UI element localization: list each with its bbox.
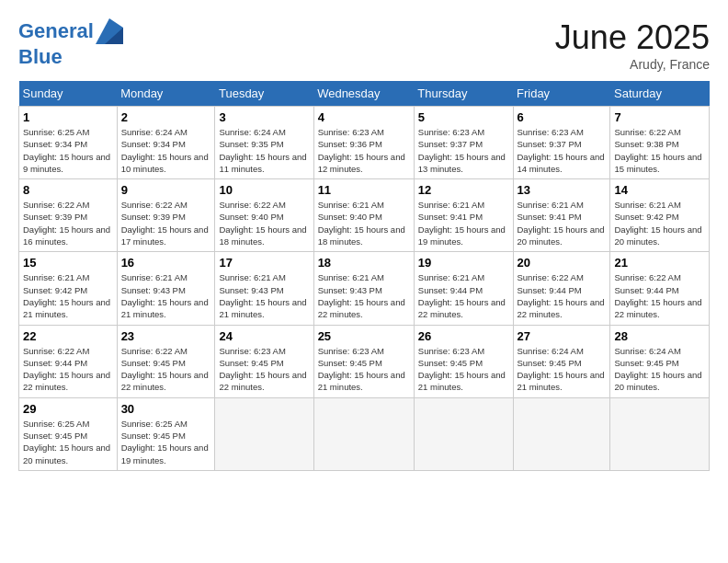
calendar-day-19: 19 Sunrise: 6:21 AM Sunset: 9:44 PM Dayl… <box>414 252 513 325</box>
day-number: 30 <box>121 402 211 416</box>
weekday-header-tuesday: Tuesday <box>215 81 313 107</box>
day-number: 16 <box>121 256 211 270</box>
calendar-day-6: 6 Sunrise: 6:23 AM Sunset: 9:37 PM Dayli… <box>513 107 610 179</box>
calendar-day-29: 29 Sunrise: 6:25 AM Sunset: 9:45 PM Dayl… <box>19 397 118 470</box>
day-number: 14 <box>614 183 705 197</box>
day-number: 5 <box>418 110 509 124</box>
day-info: Sunrise: 6:23 AM Sunset: 9:45 PM Dayligh… <box>219 345 309 394</box>
day-number: 29 <box>23 402 113 416</box>
day-info: Sunrise: 6:21 AM Sunset: 9:42 PM Dayligh… <box>23 271 113 320</box>
day-number: 9 <box>121 183 211 197</box>
calendar-day-21: 21 Sunrise: 6:22 AM Sunset: 9:44 PM Dayl… <box>610 252 710 325</box>
day-info: Sunrise: 6:24 AM Sunset: 9:45 PM Dayligh… <box>518 345 607 394</box>
calendar-day-28: 28 Sunrise: 6:24 AM Sunset: 9:45 PM Dayl… <box>610 325 710 397</box>
calendar-day-30: 30 Sunrise: 6:25 AM Sunset: 9:45 PM Dayl… <box>117 397 215 470</box>
month-title: June 2025 <box>555 18 710 57</box>
day-info: Sunrise: 6:22 AM Sunset: 9:39 PM Dayligh… <box>23 199 113 247</box>
weekday-header-monday: Monday <box>117 81 215 107</box>
day-info: Sunrise: 6:22 AM Sunset: 9:45 PM Dayligh… <box>121 345 211 394</box>
calendar-day-14: 14 Sunrise: 6:21 AM Sunset: 9:42 PM Dayl… <box>610 179 710 252</box>
calendar-day-13: 13 Sunrise: 6:21 AM Sunset: 9:41 PM Dayl… <box>513 179 610 252</box>
calendar-day-22: 22 Sunrise: 6:22 AM Sunset: 9:44 PM Dayl… <box>19 325 118 397</box>
calendar-day-18: 18 Sunrise: 6:21 AM Sunset: 9:43 PM Dayl… <box>313 252 414 325</box>
calendar-day-26: 26 Sunrise: 6:23 AM Sunset: 9:45 PM Dayl… <box>414 325 513 397</box>
day-number: 6 <box>518 110 607 124</box>
day-info: Sunrise: 6:21 AM Sunset: 9:41 PM Dayligh… <box>518 199 607 247</box>
calendar-day-7: 7 Sunrise: 6:22 AM Sunset: 9:38 PM Dayli… <box>610 107 710 179</box>
calendar-day-23: 23 Sunrise: 6:22 AM Sunset: 9:45 PM Dayl… <box>117 325 215 397</box>
day-number: 19 <box>418 256 509 270</box>
day-number: 20 <box>518 256 607 270</box>
empty-day <box>215 397 313 470</box>
day-info: Sunrise: 6:21 AM Sunset: 9:44 PM Dayligh… <box>418 271 509 320</box>
calendar-week: 22 Sunrise: 6:22 AM Sunset: 9:44 PM Dayl… <box>19 325 710 397</box>
day-number: 17 <box>219 256 309 270</box>
day-info: Sunrise: 6:22 AM Sunset: 9:40 PM Dayligh… <box>219 199 309 247</box>
day-number: 23 <box>121 329 211 343</box>
day-info: Sunrise: 6:24 AM Sunset: 9:45 PM Dayligh… <box>614 345 705 394</box>
day-info: Sunrise: 6:23 AM Sunset: 9:37 PM Dayligh… <box>418 126 509 175</box>
calendar-day-3: 3 Sunrise: 6:24 AM Sunset: 9:35 PM Dayli… <box>215 107 313 179</box>
calendar-day-17: 17 Sunrise: 6:21 AM Sunset: 9:43 PM Dayl… <box>215 252 313 325</box>
calendar-day-9: 9 Sunrise: 6:22 AM Sunset: 9:39 PM Dayli… <box>117 179 215 252</box>
day-number: 22 <box>23 329 113 343</box>
day-info: Sunrise: 6:22 AM Sunset: 9:44 PM Dayligh… <box>614 271 705 320</box>
empty-day <box>414 397 513 470</box>
day-info: Sunrise: 6:22 AM Sunset: 9:44 PM Dayligh… <box>518 271 607 320</box>
calendar-week: 1 Sunrise: 6:25 AM Sunset: 9:34 PM Dayli… <box>19 107 710 179</box>
day-info: Sunrise: 6:23 AM Sunset: 9:45 PM Dayligh… <box>318 345 410 394</box>
day-number: 8 <box>23 183 113 197</box>
calendar-day-8: 8 Sunrise: 6:22 AM Sunset: 9:39 PM Dayli… <box>19 179 118 252</box>
calendar-day-16: 16 Sunrise: 6:21 AM Sunset: 9:43 PM Dayl… <box>117 252 215 325</box>
weekday-header-thursday: Thursday <box>414 81 513 107</box>
day-number: 13 <box>518 183 607 197</box>
day-info: Sunrise: 6:21 AM Sunset: 9:41 PM Dayligh… <box>418 199 509 247</box>
day-info: Sunrise: 6:21 AM Sunset: 9:43 PM Dayligh… <box>121 271 211 320</box>
calendar-week: 8 Sunrise: 6:22 AM Sunset: 9:39 PM Dayli… <box>19 179 710 252</box>
empty-day <box>610 397 710 470</box>
calendar-day-27: 27 Sunrise: 6:24 AM Sunset: 9:45 PM Dayl… <box>513 325 610 397</box>
day-info: Sunrise: 6:24 AM Sunset: 9:34 PM Dayligh… <box>121 126 211 175</box>
day-info: Sunrise: 6:24 AM Sunset: 9:35 PM Dayligh… <box>219 126 309 175</box>
day-number: 10 <box>219 183 309 197</box>
calendar-day-2: 2 Sunrise: 6:24 AM Sunset: 9:34 PM Dayli… <box>117 107 215 179</box>
day-info: Sunrise: 6:22 AM Sunset: 9:38 PM Dayligh… <box>614 126 705 175</box>
location: Arudy, France <box>555 57 710 72</box>
weekday-header-saturday: Saturday <box>610 81 710 107</box>
day-info: Sunrise: 6:22 AM Sunset: 9:39 PM Dayligh… <box>121 199 211 247</box>
calendar-day-1: 1 Sunrise: 6:25 AM Sunset: 9:34 PM Dayli… <box>19 107 118 179</box>
day-number: 18 <box>318 256 410 270</box>
page-header: General Blue June 2025 Arudy, France <box>18 18 710 72</box>
empty-day <box>313 397 414 470</box>
calendar-day-10: 10 Sunrise: 6:22 AM Sunset: 9:40 PM Dayl… <box>215 179 313 252</box>
day-number: 11 <box>318 183 410 197</box>
calendar-day-4: 4 Sunrise: 6:23 AM Sunset: 9:36 PM Dayli… <box>313 107 414 179</box>
weekday-header-sunday: Sunday <box>19 81 118 107</box>
day-number: 27 <box>518 329 607 343</box>
calendar-day-5: 5 Sunrise: 6:23 AM Sunset: 9:37 PM Dayli… <box>414 107 513 179</box>
day-number: 2 <box>121 110 211 124</box>
day-info: Sunrise: 6:23 AM Sunset: 9:36 PM Dayligh… <box>318 126 410 175</box>
calendar: SundayMondayTuesdayWednesdayThursdayFrid… <box>18 81 710 471</box>
calendar-day-11: 11 Sunrise: 6:21 AM Sunset: 9:40 PM Dayl… <box>313 179 414 252</box>
logo: General Blue <box>18 18 123 68</box>
day-number: 28 <box>614 329 705 343</box>
calendar-day-15: 15 Sunrise: 6:21 AM Sunset: 9:42 PM Dayl… <box>19 252 118 325</box>
empty-day <box>513 397 610 470</box>
day-number: 21 <box>614 256 705 270</box>
title-block: June 2025 Arudy, France <box>555 18 710 72</box>
day-number: 25 <box>318 329 410 343</box>
day-number: 1 <box>23 110 113 124</box>
day-info: Sunrise: 6:21 AM Sunset: 9:40 PM Dayligh… <box>318 199 410 247</box>
day-info: Sunrise: 6:23 AM Sunset: 9:37 PM Dayligh… <box>518 126 607 175</box>
day-info: Sunrise: 6:21 AM Sunset: 9:43 PM Dayligh… <box>318 271 410 320</box>
day-number: 7 <box>614 110 705 124</box>
day-info: Sunrise: 6:23 AM Sunset: 9:45 PM Dayligh… <box>418 345 509 394</box>
calendar-week: 15 Sunrise: 6:21 AM Sunset: 9:42 PM Dayl… <box>19 252 710 325</box>
weekday-header-wednesday: Wednesday <box>313 81 414 107</box>
day-number: 12 <box>418 183 509 197</box>
logo-text: General Blue <box>18 18 123 68</box>
logo-general: General <box>18 19 94 42</box>
weekday-header-friday: Friday <box>513 81 610 107</box>
day-number: 4 <box>318 110 410 124</box>
